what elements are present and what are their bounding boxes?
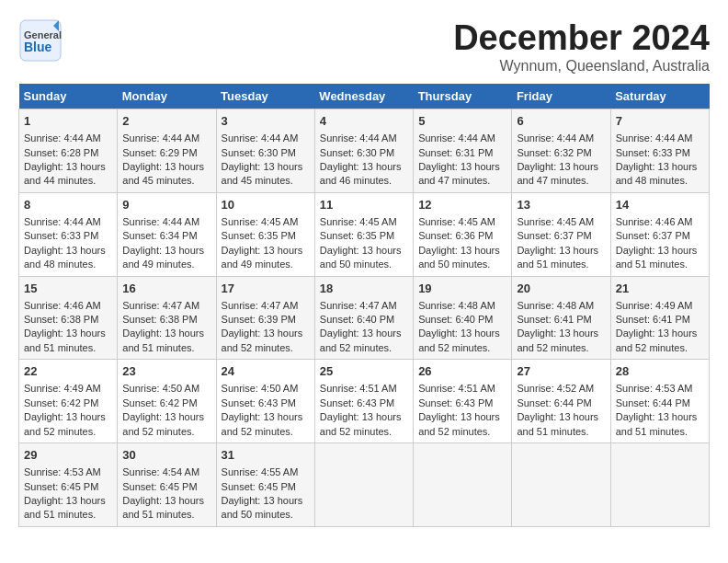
sunset-text: Sunset: 6:31 PM [418,147,493,158]
sunset-text: Sunset: 6:37 PM [616,230,690,241]
day-number: 31 [222,447,310,464]
calendar-cell: 13 Sunrise: 4:45 AM Sunset: 6:37 PM Dayl… [512,192,610,276]
daylight-text: Daylight: 13 hours and 51 minutes. [122,495,204,520]
day-number: 6 [517,113,605,130]
calendar-cell: 31 Sunrise: 4:55 AM Sunset: 6:45 PM Dayl… [216,443,314,527]
sunrise-text: Sunrise: 4:47 AM [320,300,397,311]
calendar-week-row: 22 Sunrise: 4:49 AM Sunset: 6:42 PM Dayl… [19,360,710,443]
day-number: 19 [418,281,506,297]
day-header-saturday: Saturday [610,84,709,109]
day-number: 26 [418,363,506,380]
sunrise-text: Sunrise: 4:45 AM [222,216,299,227]
day-header-friday: Friday [512,84,610,109]
day-number: 7 [616,113,704,130]
day-number: 5 [418,113,506,130]
day-header-thursday: Thursday [414,84,512,109]
sunrise-text: Sunrise: 4:53 AM [616,383,693,394]
calendar-cell: 3 Sunrise: 4:44 AM Sunset: 6:30 PM Dayli… [216,109,314,193]
calendar-cell [314,443,413,527]
calendar-cell: 17 Sunrise: 4:47 AM Sunset: 6:39 PM Dayl… [216,276,314,360]
calendar-cell: 24 Sunrise: 4:50 AM Sunset: 6:43 PM Dayl… [216,360,314,443]
sunset-text: Sunset: 6:37 PM [517,230,591,241]
sunset-text: Sunset: 6:41 PM [517,314,591,325]
sunset-text: Sunset: 6:29 PM [122,147,197,158]
title-area: December 2024 Wynnum, Queensland, Austra… [453,18,710,75]
calendar-cell: 23 Sunrise: 4:50 AM Sunset: 6:42 PM Dayl… [118,360,216,443]
sunrise-text: Sunrise: 4:46 AM [24,300,101,311]
sunset-text: Sunset: 6:43 PM [222,397,296,408]
calendar-cell: 4 Sunrise: 4:44 AM Sunset: 6:30 PM Dayli… [314,109,413,193]
daylight-text: Daylight: 13 hours and 52 minutes. [418,411,500,436]
day-number: 18 [320,281,408,297]
sunrise-text: Sunrise: 4:44 AM [222,132,299,144]
day-number: 10 [222,197,310,213]
day-number: 24 [222,363,310,380]
calendar-cell: 1 Sunrise: 4:44 AM Sunset: 6:28 PM Dayli… [19,109,118,193]
day-header-monday: Monday [118,84,216,109]
header: General Blue December 2024 Wynnum, Queen… [18,18,710,75]
month-title: December 2024 [453,18,710,58]
sunset-text: Sunset: 6:35 PM [320,230,394,241]
sunset-text: Sunset: 6:42 PM [24,397,98,408]
sunrise-text: Sunrise: 4:55 AM [222,466,299,477]
calendar-cell: 28 Sunrise: 4:53 AM Sunset: 6:44 PM Dayl… [610,360,709,443]
calendar-cell: 10 Sunrise: 4:45 AM Sunset: 6:35 PM Dayl… [216,192,314,276]
calendar-cell: 22 Sunrise: 4:49 AM Sunset: 6:42 PM Dayl… [19,360,118,443]
day-number: 27 [517,363,605,380]
sunset-text: Sunset: 6:45 PM [222,481,296,492]
day-number: 20 [517,281,605,297]
daylight-text: Daylight: 13 hours and 52 minutes. [517,327,598,352]
calendar-cell: 8 Sunrise: 4:44 AM Sunset: 6:33 PM Dayli… [19,192,118,276]
sunset-text: Sunset: 6:44 PM [517,397,591,408]
daylight-text: Daylight: 13 hours and 51 minutes. [616,411,698,436]
sunset-text: Sunset: 6:35 PM [222,230,296,241]
calendar-cell: 30 Sunrise: 4:54 AM Sunset: 6:45 PM Dayl… [118,443,216,527]
daylight-text: Daylight: 13 hours and 52 minutes. [122,411,204,436]
sunset-text: Sunset: 6:32 PM [517,147,591,158]
sunrise-text: Sunrise: 4:47 AM [222,300,299,311]
daylight-text: Daylight: 13 hours and 50 minutes. [222,495,303,520]
sunset-text: Sunset: 6:41 PM [616,314,690,325]
day-number: 3 [222,113,310,130]
daylight-text: Daylight: 13 hours and 51 minutes. [24,327,106,352]
calendar-cell: 9 Sunrise: 4:44 AM Sunset: 6:34 PM Dayli… [118,192,216,276]
daylight-text: Daylight: 13 hours and 51 minutes. [616,245,698,270]
sunrise-text: Sunrise: 4:48 AM [418,300,495,311]
sunrise-text: Sunrise: 4:46 AM [616,216,693,227]
daylight-text: Daylight: 13 hours and 51 minutes. [24,495,106,520]
daylight-text: Daylight: 13 hours and 50 minutes. [320,245,402,270]
day-number: 23 [122,363,210,380]
svg-text:Blue: Blue [24,40,52,54]
day-number: 28 [616,363,704,380]
daylight-text: Daylight: 13 hours and 52 minutes. [222,327,303,352]
calendar-cell [414,443,512,527]
days-header-row: SundayMondayTuesdayWednesdayThursdayFrid… [19,84,710,109]
day-number: 16 [122,281,210,297]
sunset-text: Sunset: 6:33 PM [616,147,690,158]
calendar-cell: 6 Sunrise: 4:44 AM Sunset: 6:32 PM Dayli… [512,109,610,193]
daylight-text: Daylight: 13 hours and 48 minutes. [24,245,106,270]
daylight-text: Daylight: 13 hours and 46 minutes. [320,161,402,186]
day-number: 21 [616,281,704,297]
day-number: 17 [222,281,310,297]
day-number: 11 [320,197,408,213]
sunset-text: Sunset: 6:33 PM [24,230,98,241]
sunrise-text: Sunrise: 4:45 AM [517,216,594,227]
sunset-text: Sunset: 6:28 PM [24,147,98,158]
day-number: 12 [418,197,506,213]
day-number: 9 [122,197,210,213]
day-number: 30 [122,447,210,464]
calendar-cell: 12 Sunrise: 4:45 AM Sunset: 6:36 PM Dayl… [414,192,512,276]
sunset-text: Sunset: 6:40 PM [418,314,493,325]
day-number: 4 [320,113,408,130]
sunset-text: Sunset: 6:42 PM [122,397,197,408]
calendar-cell: 5 Sunrise: 4:44 AM Sunset: 6:31 PM Dayli… [414,109,512,193]
calendar-week-row: 29 Sunrise: 4:53 AM Sunset: 6:45 PM Dayl… [19,443,710,527]
daylight-text: Daylight: 13 hours and 51 minutes. [122,327,204,352]
day-number: 2 [122,113,210,130]
day-header-wednesday: Wednesday [314,84,413,109]
daylight-text: Daylight: 13 hours and 52 minutes. [222,411,303,436]
sunrise-text: Sunrise: 4:48 AM [517,300,594,311]
day-header-tuesday: Tuesday [216,84,314,109]
daylight-text: Daylight: 13 hours and 49 minutes. [222,245,303,270]
